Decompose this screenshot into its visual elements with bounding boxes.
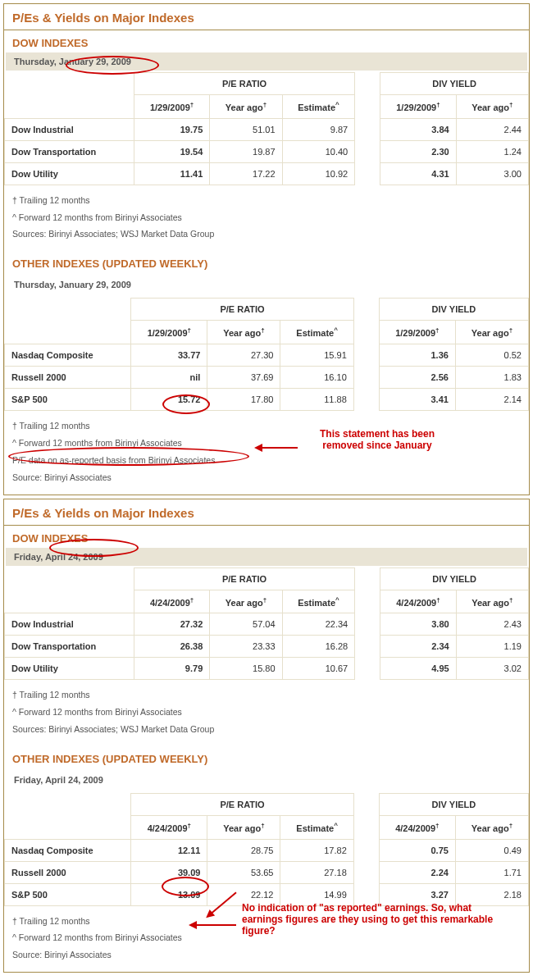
table-row: Dow Transportation19.5419.8710.402.301.2… <box>5 140 529 162</box>
cell-pe-year: 37.69 <box>207 366 280 388</box>
footnote-line: ^ Forward 12 months from Birinyi Associa… <box>12 929 521 946</box>
footnote-line: † Trailing 12 months <box>12 913 521 930</box>
cell-pe-year: 19.87 <box>210 140 282 162</box>
panel-title: P/Es & Yields on Major Indexes <box>4 4 529 30</box>
col-pe-est: Estimate^ <box>282 590 355 613</box>
data-table: P/E RATIODIV YIELD4/24/2009†Year ago†Est… <box>4 793 529 906</box>
footnote-line: † Trailing 12 months <box>12 417 521 435</box>
cell-pe-est: 15.91 <box>280 344 353 366</box>
cell-div-date: 4.31 <box>380 162 456 185</box>
col-div-year: Year ago† <box>456 95 528 119</box>
col-pe-year: Year ago† <box>210 95 282 119</box>
cell-div-date: 3.27 <box>379 883 455 905</box>
cell-div-date: 3.84 <box>380 118 456 140</box>
col-pe-year: Year ago† <box>207 815 280 839</box>
row-label: Dow Industrial <box>5 613 134 636</box>
col-div-year: Year ago† <box>455 321 528 344</box>
footnote-line: ^ Forward 12 months from Birinyi Associa… <box>12 435 521 452</box>
cell-pe-est: 10.40 <box>282 140 355 162</box>
cell-pe-est: 17.82 <box>280 839 353 861</box>
row-label: Dow Transportation <box>5 636 134 658</box>
row-label: Russell 2000 <box>5 366 131 388</box>
footnotes: † Trailing 12 months^ Forward 12 months … <box>4 187 529 252</box>
footnote-line: ^ Forward 12 months from Birinyi Associa… <box>12 704 521 721</box>
cell-pe-est: 16.28 <box>282 636 355 658</box>
cell-pe-est: 27.18 <box>280 861 353 883</box>
cell-pe-date: 12.11 <box>131 839 207 861</box>
table-row: Nasdaq Composite33.7727.3015.911.360.52 <box>5 344 529 366</box>
panel: P/Es & Yields on Major IndexesDOW INDEXE… <box>3 3 530 495</box>
data-table: P/E RATIODIV YIELD1/29/2009†Year ago†Est… <box>4 298 529 411</box>
cell-div-date: 2.24 <box>379 861 455 883</box>
cell-pe-date: 19.75 <box>134 118 209 140</box>
cell-pe-date: 9.79 <box>134 658 209 680</box>
cell-div-year: 3.02 <box>456 658 528 680</box>
col-group-pe: P/E RATIO <box>131 299 353 321</box>
table-row: S&P 50013.0922.1214.993.272.18 <box>5 883 529 905</box>
cell-div-year: 2.18 <box>455 883 528 905</box>
col-div-date: 4/24/2009† <box>380 590 456 613</box>
cell-div-date: 3.41 <box>379 388 455 410</box>
cell-div-year: 0.49 <box>455 839 528 861</box>
cell-div-year: 1.71 <box>455 861 528 883</box>
cell-pe-year: 22.12 <box>207 883 280 905</box>
cell-div-year: 2.44 <box>456 118 528 140</box>
cell-pe-est: 22.34 <box>282 613 355 636</box>
col-pe-date: 1/29/2009† <box>131 321 207 344</box>
footnotes: † Trailing 12 months^ Forward 12 months … <box>4 681 529 746</box>
cell-pe-year: 28.75 <box>207 839 280 861</box>
footnote-line: Source: Birinyi Associates <box>12 946 521 964</box>
cell-div-year: 2.14 <box>455 388 528 410</box>
cell-pe-est: 9.87 <box>282 118 355 140</box>
cell-pe-est: 14.99 <box>280 883 353 905</box>
cell-pe-est: 10.92 <box>282 162 355 185</box>
col-pe-est: Estimate^ <box>280 815 353 839</box>
col-div-year: Year ago† <box>456 590 528 613</box>
row-label: S&P 500 <box>5 388 131 410</box>
panel-title: P/Es & Yields on Major Indexes <box>4 499 529 526</box>
footnote-line: † Trailing 12 months <box>12 686 521 704</box>
col-group-div: DIV YIELD <box>379 793 528 815</box>
cell-pe-date: 26.38 <box>134 636 209 658</box>
col-group-pe: P/E RATIO <box>131 793 353 815</box>
footnote-line: Source: Birinyi Associates <box>12 469 521 486</box>
col-group-div: DIV YIELD <box>379 299 528 321</box>
table-row: Dow Industrial27.3257.0422.343.802.43 <box>5 613 529 636</box>
col-pe-date: 4/24/2009† <box>131 815 207 839</box>
cell-pe-date: 11.41 <box>134 162 209 185</box>
col-pe-date: 4/24/2009† <box>134 590 209 613</box>
section-subtitle: OTHER INDEXES (UPDATED WEEKLY) <box>4 251 529 273</box>
cell-div-date: 4.95 <box>380 658 456 680</box>
footnotes: † Trailing 12 months^ Forward 12 months … <box>4 413 529 495</box>
footnote-line: P/E data on as-reported basis from Birin… <box>12 452 521 469</box>
col-div-year: Year ago† <box>455 815 528 839</box>
col-pe-date: 1/29/2009† <box>134 95 209 119</box>
date-bar: Friday, April 24, 2009 <box>6 548 527 566</box>
table-row: Dow Industrial19.7551.019.873.842.44 <box>5 118 529 140</box>
col-group-div: DIV YIELD <box>380 567 529 590</box>
table-row: S&P 50015.7217.8011.883.412.14 <box>5 388 529 410</box>
cell-pe-date: 13.09 <box>131 883 207 905</box>
cell-pe-year: 51.01 <box>210 118 282 140</box>
cell-pe-year: 23.33 <box>210 636 282 658</box>
cell-div-date: 2.34 <box>380 636 456 658</box>
cell-pe-year: 15.80 <box>210 658 282 680</box>
footnotes: † Trailing 12 months^ Forward 12 months … <box>4 908 529 973</box>
cell-pe-est: 11.88 <box>280 388 353 410</box>
data-table: P/E RATIODIV YIELD4/24/2009†Year ago†Est… <box>4 567 529 681</box>
date-bar: Thursday, January 29, 2009 <box>6 52 527 71</box>
row-label: Dow Transportation <box>5 140 134 162</box>
footnote-line: ^ Forward 12 months from Birinyi Associa… <box>12 209 521 226</box>
footnote-line: Sources: Birinyi Associates; WSJ Market … <box>12 226 521 243</box>
cell-pe-year: 17.22 <box>210 162 282 185</box>
cell-pe-est: 16.10 <box>280 366 353 388</box>
cell-pe-date: 39.09 <box>131 861 207 883</box>
cell-div-year: 2.43 <box>456 613 528 636</box>
cell-div-date: 2.30 <box>380 140 456 162</box>
col-pe-year: Year ago† <box>207 321 280 344</box>
row-label: S&P 500 <box>5 883 131 905</box>
col-pe-year: Year ago† <box>210 590 282 613</box>
cell-pe-est: 10.67 <box>282 658 355 680</box>
row-label: Nasdaq Composite <box>5 839 131 861</box>
cell-pe-year: 57.04 <box>210 613 282 636</box>
